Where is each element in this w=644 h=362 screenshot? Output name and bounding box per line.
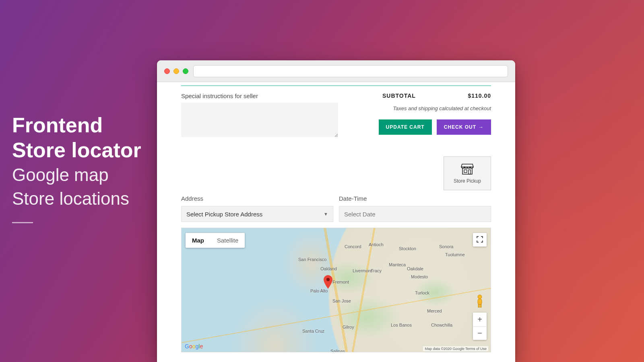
instructions-label: Special instructions for seller [181, 93, 338, 99]
svg-rect-6 [478, 304, 479, 307]
instructions-textarea[interactable] [181, 103, 338, 137]
caption-divider [12, 222, 33, 223]
map-city-label: Los Banos [391, 323, 412, 327]
close-icon[interactable] [164, 68, 170, 74]
map-city-label: Chowchilla [431, 323, 452, 327]
map-type-map-button[interactable]: Map [186, 233, 211, 248]
datetime-label: Date-Time [339, 195, 491, 202]
maximize-icon[interactable] [183, 68, 188, 74]
svg-rect-1 [464, 170, 467, 173]
subtotal-value: $110.00 [468, 93, 491, 99]
map-city-label: Turlock [415, 290, 429, 295]
checkout-button[interactable]: CHECK OUT → [437, 119, 491, 135]
promo-caption: Frontend Store locator Google map Store … [12, 113, 141, 223]
google-logo: Google [185, 343, 203, 350]
svg-rect-5 [478, 299, 482, 304]
map-city-label: Manteca [389, 262, 406, 267]
map-city-label: Oakland [320, 266, 337, 271]
pegman-icon[interactable] [474, 294, 486, 308]
divider [181, 85, 491, 86]
caption-line-4: Store locations [12, 187, 141, 210]
caption-line-3: Google map [12, 163, 141, 187]
update-cart-button[interactable]: UPDATE CART [379, 119, 432, 135]
map-city-label: Gilroy [343, 325, 354, 329]
map-city-label: San Jose [332, 298, 351, 303]
zoom-control: + − [473, 313, 487, 340]
fullscreen-control [473, 233, 487, 247]
chevron-down-icon: ▼ [324, 212, 328, 216]
pickup-address-select[interactable]: Select Pickup Store Address ▼ [181, 206, 333, 222]
fullscreen-button[interactable] [473, 233, 487, 247]
map-attribution: Map data ©2020 Google Terms of Use [423, 346, 488, 351]
address-label: Address [181, 195, 333, 202]
pickup-date-input[interactable] [339, 206, 491, 222]
map-city-label: Livermore [353, 268, 372, 273]
store-pickup-label: Store Pickup [454, 178, 481, 184]
zoom-out-button[interactable]: − [473, 326, 487, 340]
map-type-switch: Map Satellite [186, 233, 245, 248]
map-city-label: San Francisco [298, 257, 326, 262]
svg-rect-2 [469, 170, 471, 174]
map-city-label: Stockton [399, 246, 416, 251]
map-city-label: Fremont [332, 280, 349, 284]
map-city-label: Modesto [411, 274, 428, 279]
map-city-label: Palo Alto [310, 288, 328, 293]
minimize-icon[interactable] [173, 68, 179, 74]
map-city-label: Tracy [371, 268, 382, 273]
caption-line-1: Frontend [12, 113, 141, 138]
svg-point-4 [478, 295, 482, 299]
google-map[interactable]: San Francisco Oakland Palo Alto San Jose… [181, 228, 491, 352]
map-city-label: Oakdale [407, 266, 423, 271]
tax-note: Taxes and shipping calculated at checkou… [379, 105, 491, 111]
store-pickup-toggle[interactable]: Store Pickup [444, 156, 491, 190]
url-bar[interactable] [193, 65, 508, 77]
map-city-label: Tuolumne [445, 252, 465, 257]
caption-line-2: Store locator [12, 138, 141, 162]
zoom-in-button[interactable]: + [473, 313, 487, 326]
subtotal-label: SUBTOTAL [382, 93, 416, 99]
map-city-label: Santa Cruz [302, 329, 324, 333]
browser-titlebar [157, 60, 515, 82]
svg-rect-7 [480, 304, 481, 307]
map-type-satellite-button[interactable]: Satellite [211, 233, 245, 248]
map-city-label: Concord [345, 244, 361, 249]
map-city-label: Merced [427, 309, 442, 313]
store-icon [460, 163, 475, 175]
browser-window: Special instructions for seller SUBTOTAL… [157, 60, 515, 362]
map-city-label: Salinas [330, 349, 345, 352]
fullscreen-icon [477, 236, 483, 243]
map-city-label: Antioch [369, 242, 384, 247]
map-city-label: Sonora [439, 244, 453, 249]
arrow-right-icon: → [479, 124, 484, 130]
svg-point-3 [326, 278, 330, 281]
map-pin-icon [324, 275, 332, 289]
window-controls [164, 68, 188, 74]
